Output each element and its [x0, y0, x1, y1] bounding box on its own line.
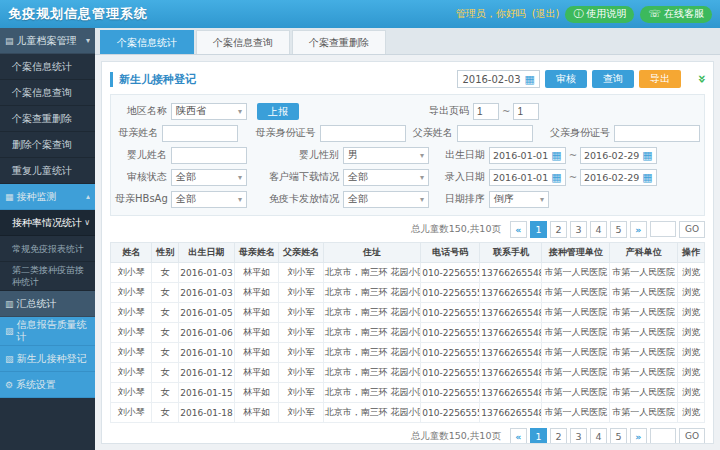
father-name-input[interactable] — [457, 125, 533, 142]
online-service-button[interactable]: ☏ 在线客服 — [640, 6, 712, 23]
page-number-button[interactable]: 3 — [570, 428, 587, 445]
header-date-input[interactable]: 2016-02-03 ▦ — [457, 70, 540, 88]
immun-card-select[interactable]: 全部 ▾ — [343, 191, 429, 208]
browse-link[interactable]: 浏览 — [678, 403, 705, 423]
calendar-icon[interactable]: ▦ — [642, 150, 652, 161]
export-button[interactable]: 导出 — [639, 70, 681, 88]
double-chevron-down-icon[interactable]: « — [693, 74, 707, 83]
sidebar-item-system-settings[interactable]: ⚙ 系统设置 — [0, 372, 95, 398]
hbsag-select[interactable]: 全部 ▾ — [171, 191, 247, 208]
page-number-button[interactable]: 5 — [610, 221, 627, 238]
page-number-button[interactable]: 2 — [550, 428, 567, 445]
browse-link[interactable]: 浏览 — [678, 383, 705, 403]
cell-mother: 林平如 — [235, 263, 279, 283]
sidebar-item-report-quality-stats[interactable]: ▨ 信息报告质量统计 — [0, 317, 95, 346]
sidebar-item-category2-vaccine-stats[interactable]: 第二类接种疫苗接种统计 — [0, 262, 95, 291]
cell-address: 北京市，南三环 花园小区 — [323, 363, 421, 383]
baby-name-input[interactable] — [171, 147, 247, 164]
page-number-button[interactable]: 5 — [610, 428, 627, 445]
sidebar-item-label: 常规免疫报表统计 — [12, 243, 84, 255]
browse-link[interactable]: 浏览 — [678, 343, 705, 363]
next-page-button[interactable]: » — [630, 221, 647, 238]
prev-page-button[interactable]: « — [510, 221, 527, 238]
page-number-button[interactable]: 4 — [590, 428, 607, 445]
logout-link[interactable]: (退出) — [532, 7, 560, 21]
page-buttons: 12345 — [530, 428, 627, 445]
go-button[interactable]: GO — [679, 221, 705, 238]
sidebar-item-label: 信息报告质量统计 — [17, 319, 90, 343]
export-page-from-input[interactable] — [473, 103, 499, 120]
sidebar-item-child-archive[interactable]: ▤ 儿童档案管理 ▾ — [0, 28, 95, 54]
next-page-button[interactable]: » — [630, 428, 647, 445]
cell-unit: 市第一人民医院 — [542, 323, 610, 343]
browse-link[interactable]: 浏览 — [678, 283, 705, 303]
browse-link[interactable]: 浏览 — [678, 303, 705, 323]
sidebar-item-vaccination-rate-stats[interactable]: 接种率情况统计 ∨ — [0, 210, 95, 236]
export-page-to-input[interactable] — [513, 103, 539, 120]
page-number-button[interactable]: 2 — [550, 221, 567, 238]
page-title: 新生儿接种登记 — [110, 72, 196, 87]
help-button[interactable]: ⓘ 使用说明 — [565, 6, 634, 23]
mother-name-input[interactable] — [162, 125, 238, 142]
sidebar-item-label: 个案信息统计 — [12, 61, 72, 73]
page-number-button[interactable]: 4 — [590, 221, 607, 238]
query-button[interactable]: 查询 — [592, 70, 634, 88]
sidebar-item-case-dedup[interactable]: 个案查重删除 — [0, 106, 95, 132]
table-body: 刘小琴 女 2016-01-03 林平如 刘小军 北京市，南三环 花园小区 01… — [111, 263, 705, 423]
sidebar-item-duplicate-children[interactable]: 重复儿童统计 — [0, 158, 95, 184]
folder-icon: ▤ — [5, 35, 14, 47]
sidebar-item-label: 儿童档案管理 — [17, 35, 77, 47]
sidebar-item-newborn-register[interactable]: ▧ 新生儿接种登记 — [0, 346, 95, 372]
browse-link[interactable]: 浏览 — [678, 323, 705, 343]
calendar-icon[interactable]: ▦ — [551, 172, 561, 183]
sidebar-item-case-stats[interactable]: 个案信息统计 — [0, 54, 95, 80]
sidebar-item-summary-stats[interactable]: ▥ 汇总统计 — [0, 291, 95, 317]
browse-link[interactable]: 浏览 — [678, 263, 705, 283]
father-id-input[interactable] — [614, 125, 700, 142]
prev-page-button[interactable]: « — [510, 428, 527, 445]
browse-link[interactable]: 浏览 — [678, 363, 705, 383]
page-jump-input[interactable] — [650, 221, 676, 237]
region-select[interactable]: 陕西省 ▾ — [171, 103, 247, 120]
audit-status-select[interactable]: 全部 ▾ — [171, 169, 247, 186]
page-jump-input[interactable] — [650, 428, 676, 444]
cell-name: 刘小琴 — [111, 343, 152, 363]
birth-date-to-input[interactable]: 2016-02-29 ▦ — [580, 147, 657, 164]
tab-case-query[interactable]: 个案信息查询 — [196, 30, 290, 54]
birth-date-from-value: 2016-01-01 — [493, 150, 548, 161]
app-title: 免疫规划信息管理系统 — [8, 5, 148, 23]
sidebar-item-case-query[interactable]: 个案信息查询 — [0, 80, 95, 106]
go-button[interactable]: GO — [679, 428, 705, 445]
calendar-icon[interactable]: ▦ — [642, 172, 652, 183]
baby-gender-value: 男 — [348, 148, 358, 162]
content-panel: 新生儿接种登记 2016-02-03 ▦ 审核 查询 导出 « 地区名称 陕西省… — [101, 61, 714, 444]
entry-date-from-input[interactable]: 2016-01-01 ▦ — [489, 169, 566, 186]
col-unit: 接种管理单位 — [542, 243, 610, 263]
date-sort-select[interactable]: 倒序 ▾ — [489, 191, 549, 208]
col-obstetric: 产科单位 — [610, 243, 678, 263]
tab-case-dedup[interactable]: 个案查重删除 — [292, 30, 386, 54]
client-download-select[interactable]: 全部 ▾ — [343, 169, 429, 186]
page-number-button[interactable]: 1 — [530, 428, 547, 445]
date-sort-label: 日期排序 — [433, 192, 489, 206]
tab-case-stats[interactable]: 个案信息统计 — [100, 30, 194, 54]
panel-header: 新生儿接种登记 2016-02-03 ▦ 审核 查询 导出 « — [110, 67, 705, 91]
page-number-button[interactable]: 3 — [570, 221, 587, 238]
sidebar-item-vaccination-monitor[interactable]: ▦ 接种监测 ▴ — [0, 184, 95, 210]
mother-id-input[interactable] — [320, 125, 406, 142]
birth-date-from-input[interactable]: 2016-01-01 ▦ — [489, 147, 566, 164]
entry-date-to-input[interactable]: 2016-02-29 ▦ — [580, 169, 657, 186]
calendar-icon[interactable]: ▦ — [525, 74, 535, 85]
sidebar-item-label: 接种率情况统计 — [12, 217, 82, 229]
client-download-value: 全部 — [348, 170, 368, 184]
sidebar-item-label: 新生儿接种登记 — [17, 353, 87, 365]
baby-gender-select[interactable]: 男 ▾ — [343, 147, 429, 164]
audit-button[interactable]: 审核 — [545, 70, 587, 88]
report-submit-button[interactable]: 上报 — [257, 103, 299, 120]
calendar-icon[interactable]: ▦ — [551, 150, 561, 161]
page-number-button[interactable]: 1 — [530, 221, 547, 238]
record-summary: 总儿童数150,共10页 — [411, 430, 501, 443]
sidebar-item-routine-immunization-report[interactable]: 常规免疫报表统计 — [0, 236, 95, 262]
sidebar-item-deleted-case-query[interactable]: 删除个案查询 — [0, 132, 95, 158]
header-right: 管理员，你好吗 (退出) ⓘ 使用说明 ☏ 在线客服 — [456, 6, 712, 23]
